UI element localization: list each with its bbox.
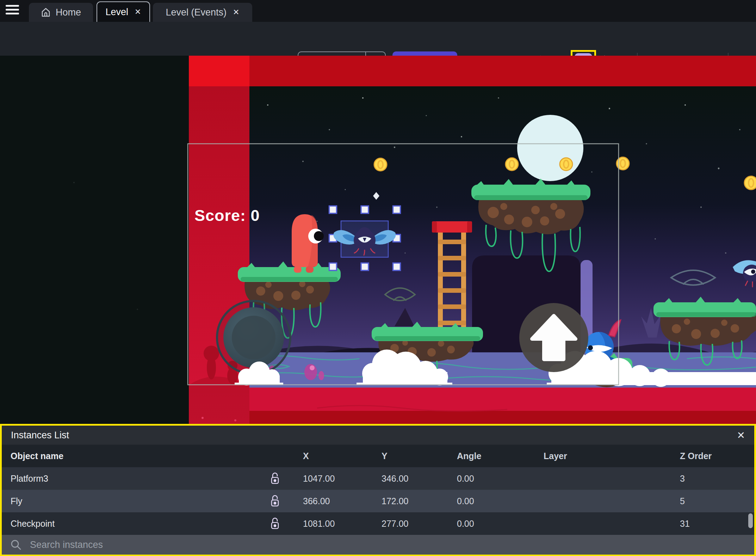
tab-bar: Home Level ✕ Level (Events) ✕ [0,0,756,22]
home-icon [41,7,51,17]
tab-home-label: Home [56,7,81,18]
instances-panel-title: Instances List [11,430,69,441]
panel-scrollbar-thumb[interactable] [748,513,753,528]
col-angle: Angle [439,451,526,461]
col-y: Y [364,451,439,461]
unlock-icon[interactable] [269,472,280,485]
instances-table-header: Object name X Y Angle Layer Z Order [2,445,754,467]
search-instances-bar [2,535,754,555]
table-row-checkpoint[interactable]: Checkpoint 1081.00 277.00 0.00 31 [2,512,754,535]
col-layer: Layer [526,451,662,461]
table-row-platform3[interactable]: Platform3 1047.00 346.00 0.00 3 [2,467,754,490]
tab-level-events-close-icon[interactable]: ✕ [233,8,239,17]
editor-toolbar: Preview Publish [0,22,756,56]
search-instances-input[interactable] [29,539,746,551]
close-panel-icon[interactable]: ✕ [737,430,745,441]
selected-instance-fly[interactable] [334,221,396,257]
scene-artwork [0,56,756,424]
tab-level-close-icon[interactable]: ✕ [135,7,141,17]
score-text: Score: 0 [194,206,260,225]
scene-canvas[interactable]: Score: 0 22;723 [0,56,756,424]
jump-button[interactable] [519,303,588,372]
col-x: X [285,451,364,461]
tab-level-events[interactable]: Level (Events) ✕ [153,3,252,22]
tab-level[interactable]: Level ✕ [97,1,150,22]
unlock-icon[interactable] [269,517,280,530]
search-icon [10,539,21,550]
hamburger-menu-icon[interactable] [6,5,21,17]
instances-list-panel: Instances List ✕ Object name X Y Angle L… [0,424,756,556]
col-z-order: Z Order [662,451,754,461]
gdevelop-editor: Home Level ✕ Level (Events) ✕ [0,0,756,556]
unlock-icon[interactable] [269,494,280,508]
moon [517,115,583,181]
tab-level-label: Level [106,7,129,18]
table-row-fly[interactable]: Fly 366.00 172.00 0.00 5 [2,490,754,512]
col-object-name: Object name [2,451,264,461]
tab-home[interactable]: Home [29,3,93,22]
tab-level-events-label: Level (Events) [166,7,227,18]
